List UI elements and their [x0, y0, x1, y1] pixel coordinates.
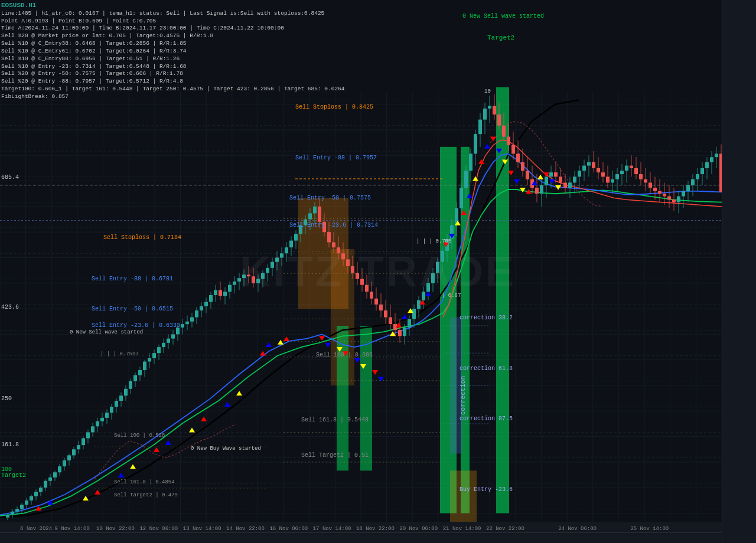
time-scale: [0, 532, 722, 543]
price-scale: [722, 0, 756, 543]
price-chart: [0, 0, 722, 532]
chart-container: EOSUSD.H1 Line:1485 | h1_atr_c0: 0.0167 …: [0, 0, 756, 543]
